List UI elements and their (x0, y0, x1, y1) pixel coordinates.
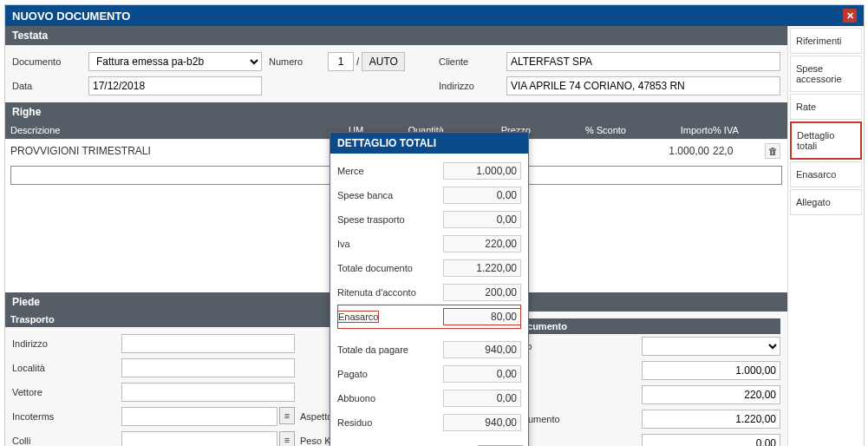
cell-importo: 1.000,00 (626, 145, 713, 157)
iva-val (642, 385, 780, 404)
modal-row: Ritenuta d'acconto200,00 (337, 280, 521, 305)
indirizzo-label: Indirizzo (439, 81, 499, 91)
title-bar: NUOVO DOCUMENTO ✕ (5, 5, 864, 26)
sidebar-spese[interactable]: Spese accessorie (790, 56, 862, 92)
vettore-input[interactable] (121, 383, 295, 402)
incoterms-label: Incoterms (12, 411, 116, 422)
app-window: NUOVO DOCUMENTO ✕ Testata Documento Fatt… (4, 4, 865, 446)
sidebar-enasarco[interactable]: Enasarco (790, 161, 862, 187)
cliente-input[interactable] (506, 52, 780, 71)
data-label: Data (12, 81, 82, 91)
modal-enasarco-val: 80,00 (443, 308, 521, 325)
col-sconto: % Sconto (531, 125, 626, 135)
localita-label: Località (12, 363, 116, 373)
documento-select[interactable]: Fattura emessa pa-b2b (88, 52, 262, 71)
sidebar-riferimenti[interactable]: Riferimenti (790, 28, 862, 54)
colli-label: Colli (12, 436, 116, 446)
cell-iva: 22,0 (713, 145, 765, 157)
list-icon-2[interactable]: ≡ (279, 431, 295, 446)
modal-row: Abbuono0,00 (337, 386, 521, 410)
col-importo: Importo (626, 125, 713, 135)
localita-input[interactable] (121, 358, 295, 377)
modal-row: Totale documento1.220,00 (337, 256, 521, 280)
close-icon[interactable]: ✕ (843, 9, 857, 23)
list-icon[interactable]: ≡ (279, 407, 295, 424)
modal-enasarco-label: Enasarco (337, 311, 379, 323)
sidebar-rate[interactable]: Rate (790, 94, 862, 120)
col-iva: % IVA (713, 125, 765, 135)
cliente-label: Cliente (439, 56, 499, 67)
modal-row: Residuo940,00 (337, 410, 521, 435)
numero-auto[interactable] (362, 52, 405, 71)
pagamento-select[interactable] (642, 337, 780, 356)
indirizzo-trasp-label: Indirizzo (12, 338, 116, 349)
indirizzo-input[interactable] (506, 76, 780, 95)
pagato-val[interactable] (642, 434, 780, 446)
indirizzo-trasp-input[interactable] (121, 334, 295, 353)
modal-row: Merce1.000,00 (337, 159, 521, 183)
modal-row-enasarco: Enasarco 80,00 (337, 305, 521, 329)
incoterms-input[interactable] (121, 407, 277, 426)
colli-input[interactable] (121, 431, 277, 446)
sidebar-dettaglio-totali[interactable]: Dettaglio totali (790, 121, 862, 160)
col-descrizione: Descrizione (10, 125, 349, 135)
testata-header: Testata (5, 26, 787, 45)
vettore-label: Vettore (12, 387, 116, 397)
righe-header-section: Righe (5, 102, 787, 121)
window-title: NUOVO DOCUMENTO (12, 10, 130, 23)
cell-descrizione: PROVVIGIONI TRIMESTRALI (10, 145, 349, 157)
modal-row: Iva220,00 (337, 232, 521, 256)
modal-row: Pagato0,00 (337, 362, 521, 386)
trash-icon[interactable]: 🗑 (765, 143, 780, 159)
totdoc-val (642, 410, 780, 429)
modal-row: Totale da pagare940,00 (337, 338, 521, 362)
modal-row: Spese banca0,00 (337, 183, 521, 207)
modal-row: Spese trasporto0,00 (337, 207, 521, 232)
numero-part1[interactable] (328, 52, 354, 71)
sidebar: Riferimenti Spese accessorie Rate Dettag… (787, 26, 864, 446)
merce-val (642, 361, 780, 380)
numero-label: Numero (269, 56, 321, 67)
modal-title: DETTAGLIO TOTALI (330, 133, 528, 154)
documento-label: Documento (12, 56, 82, 67)
dettaglio-totali-modal: DETTAGLIO TOTALI Merce1.000,00Spese banc… (330, 132, 529, 446)
data-input[interactable] (88, 76, 262, 95)
numero-separator: / (356, 56, 359, 68)
sidebar-allegato[interactable]: Allegato (790, 189, 862, 215)
